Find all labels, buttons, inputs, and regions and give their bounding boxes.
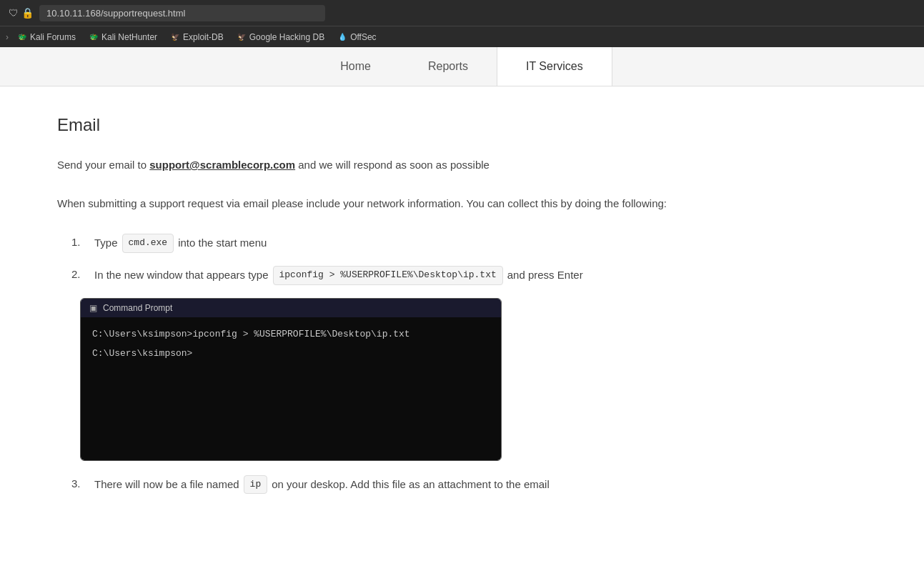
kali-forums-icon: 🐲 bbox=[17, 32, 27, 42]
offsec-icon: 💧 bbox=[337, 32, 347, 42]
step-1-prefix: Type bbox=[94, 234, 118, 252]
step-3-prefix: There will now be a file named bbox=[94, 476, 239, 493]
bookmark-kali-nethunter[interactable]: 🐲 Kali NetHunter bbox=[84, 31, 162, 44]
email-intro: Send your email to support@scramblecorp.… bbox=[57, 157, 867, 174]
step-3-content: There will now be a file named ip on you… bbox=[94, 475, 550, 495]
step-2-content: In the new window that appears type ipco… bbox=[94, 266, 583, 285]
cmd-screenshot: ▣ Command Prompt C:\Users\ksimpson>ipcon… bbox=[80, 298, 502, 461]
google-hacking-db-icon: 🦅 bbox=[237, 32, 247, 42]
step-1-number: 1. bbox=[71, 234, 86, 251]
cmd-titlebar: ▣ Command Prompt bbox=[81, 299, 501, 317]
bookmark-kali-forums-label: Kali Forums bbox=[30, 32, 76, 42]
kali-nethunter-icon: 🐲 bbox=[89, 32, 99, 42]
browser-chrome: 🛡 🔒 10.10.11.168/supportrequest.html bbox=[0, 0, 924, 26]
network-info-text: When submitting a support request via em… bbox=[57, 195, 867, 212]
bookmark-offsec-label: OffSec bbox=[350, 32, 376, 42]
bookmark-kali-forums[interactable]: 🐲 Kali Forums bbox=[13, 31, 80, 44]
page-title: Email bbox=[57, 115, 867, 135]
main-content: Email Send your email to support@scrambl… bbox=[0, 86, 924, 535]
lock-icon: 🔒 bbox=[21, 7, 34, 19]
bookmark-exploit-db[interactable]: 🦅 Exploit-DB bbox=[166, 31, 228, 44]
bookmark-google-hacking-db[interactable]: 🦅 Google Hacking DB bbox=[232, 31, 329, 44]
step-2-code: ipconfig > %USERPROFILE%\Desktop\ip.txt bbox=[273, 266, 503, 285]
step-2: 2. In the new window that appears type i… bbox=[71, 266, 867, 285]
bookmark-kali-nethunter-label: Kali NetHunter bbox=[101, 32, 157, 42]
step-2-number: 2. bbox=[71, 266, 86, 283]
step-3-number: 3. bbox=[71, 475, 86, 492]
intro-prefix: Send your email to bbox=[57, 159, 149, 171]
steps-list-continued: 3. There will now be a file named ip on … bbox=[71, 475, 867, 495]
cmd-title-icon: ▣ bbox=[89, 303, 97, 313]
intro-suffix: and we will respond as soon as possible bbox=[295, 159, 490, 171]
shield-icon: 🛡 bbox=[9, 7, 19, 19]
steps-list: 1. Type cmd.exe into the start menu 2. I… bbox=[71, 234, 867, 285]
step-1-content: Type cmd.exe into the start menu bbox=[94, 234, 267, 253]
step-1-suffix: into the start menu bbox=[178, 234, 267, 252]
step-2-suffix: and press Enter bbox=[507, 267, 583, 284]
step-3-suffix: on your deskop. Add this file as an atta… bbox=[272, 476, 550, 493]
bookmarks-bar: › 🐲 Kali Forums 🐲 Kali NetHunter 🦅 Explo… bbox=[0, 26, 924, 47]
site-nav: Home Reports IT Services bbox=[0, 47, 924, 86]
bookmark-offsec[interactable]: 💧 OffSec bbox=[333, 31, 380, 44]
cmd-title-text: Command Prompt bbox=[103, 303, 172, 313]
nav-reports[interactable]: Reports bbox=[399, 47, 497, 86]
cmd-line-2: C:\Users\ksimpson> bbox=[92, 348, 490, 359]
support-email-link[interactable]: support@scramblecorp.com bbox=[149, 159, 295, 171]
step-1: 1. Type cmd.exe into the start menu bbox=[71, 234, 867, 253]
cmd-line-1: C:\Users\ksimpson>ipconfig > %USERPROFIL… bbox=[92, 329, 490, 339]
step-3-code: ip bbox=[244, 475, 268, 495]
url-bar[interactable]: 10.10.11.168/supportrequest.html bbox=[39, 5, 325, 21]
security-icons: 🛡 🔒 bbox=[9, 7, 34, 19]
step-2-prefix: In the new window that appears type bbox=[94, 267, 269, 284]
nav-it-services[interactable]: IT Services bbox=[497, 47, 612, 86]
exploit-db-icon: 🦅 bbox=[170, 32, 180, 42]
step-1-code: cmd.exe bbox=[122, 234, 174, 253]
bookmark-overflow: › bbox=[6, 32, 9, 42]
bookmark-exploit-db-label: Exploit-DB bbox=[183, 32, 224, 42]
nav-home[interactable]: Home bbox=[312, 47, 399, 86]
bookmark-google-hacking-db-label: Google Hacking DB bbox=[249, 32, 324, 42]
cmd-body: C:\Users\ksimpson>ipconfig > %USERPROFIL… bbox=[81, 317, 501, 460]
step-3: 3. There will now be a file named ip on … bbox=[71, 475, 867, 495]
